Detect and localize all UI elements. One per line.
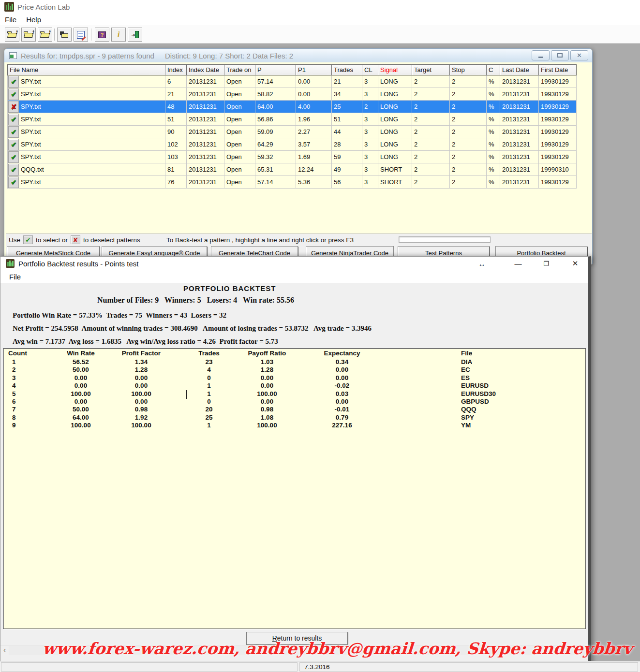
cell-payoff-ratio: 0.98: [240, 406, 294, 413]
cell-p: 64.29: [255, 138, 296, 150]
cell-count: 1: [3, 358, 57, 366]
mdi-workspace: Results for: tmpdps.spr - 9 patterns fou…: [0, 44, 640, 661]
cell-cl: 3: [362, 88, 378, 100]
select-check-icon[interactable]: ✔: [8, 88, 19, 100]
results-minimize-button[interactable]: [532, 50, 550, 60]
select-check-icon[interactable]: ✔: [8, 164, 19, 175]
cell-c: %: [487, 138, 500, 150]
cell-index: 48: [165, 101, 187, 113]
column-header-first-date[interactable]: First Date: [539, 64, 577, 75]
cell-trade-on: Open: [224, 113, 255, 125]
deselect-x-icon[interactable]: ✘: [8, 101, 19, 113]
backtest-close-button[interactable]: ✕: [565, 257, 586, 270]
cell-c: %: [487, 75, 500, 88]
backtest-menubar: File: [0, 270, 588, 283]
column-header-c[interactable]: C: [487, 64, 500, 75]
column-header-trade-on[interactable]: Trade on: [224, 64, 255, 75]
backtest-row: 6 0.00 0.00 0 0.00 0.00 GBPUSD: [3, 398, 585, 406]
select-check-icon[interactable]: ✔: [8, 76, 19, 88]
select-check-icon[interactable]: ✔: [8, 151, 19, 163]
backtest-menu-file[interactable]: File: [0, 272, 27, 282]
menu-help[interactable]: Help: [21, 15, 46, 25]
backtest-heading: PORTFOLIO BACKTEST: [183, 284, 276, 292]
pattern-row[interactable]: ✔SPY.txt 76 20131231 Open 57.14 5.36 56 …: [7, 176, 577, 189]
column-header-p1[interactable]: P1: [296, 64, 332, 75]
cell-p1: 12.24: [296, 163, 332, 175]
app-logo-icon: [4, 2, 14, 12]
cell-win-rate: 50.00: [57, 366, 105, 374]
column-header-index-date[interactable]: Index Date: [187, 64, 224, 75]
cell-p: 57.14: [255, 176, 296, 188]
exit-button[interactable]: ➜: [128, 28, 142, 42]
column-header-cl[interactable]: CL: [362, 64, 378, 75]
pattern-row[interactable]: ✔SPY.txt 51 20131231 Open 56.86 1.96 51 …: [7, 113, 577, 126]
app-menubar: File Help: [0, 14, 640, 25]
cell-trade-on: Open: [224, 176, 255, 188]
cell-index: 81: [165, 163, 187, 175]
info-button[interactable]: i: [111, 28, 126, 42]
bt-col-expectancy: Expectancy: [294, 350, 390, 358]
edit-notes-button[interactable]: [74, 28, 88, 42]
pattern-row[interactable]: ✔SPY.txt 6 20131231 Open 57.14 0.00 21 3…: [7, 75, 577, 88]
cell-signal: SHORT: [378, 163, 412, 175]
text-caret: [186, 390, 187, 399]
cell-signal: LONG: [378, 75, 412, 88]
help-book-button[interactable]: ?: [95, 28, 109, 42]
menu-file[interactable]: File: [0, 15, 21, 25]
pattern-row[interactable]: ✔SPY.txt 102 20131231 Open 64.29 3.57 28…: [7, 138, 577, 151]
cell-profit-factor: 0.00: [105, 382, 178, 390]
pattern-row[interactable]: ✔SPY.txt 21 20131231 Open 58.82 0.00 34 …: [7, 88, 577, 101]
cell-trades: 28: [332, 138, 362, 150]
cell-expectancy: 0.03: [294, 390, 390, 398]
select-check-icon[interactable]: ✔: [8, 114, 19, 125]
cell-trades: 51: [332, 113, 362, 125]
results-titlebar[interactable]: Results for: tmpdps.spr - 9 patterns fou…: [4, 49, 592, 62]
column-header-last-date[interactable]: Last Date: [500, 64, 539, 75]
pattern-row[interactable]: ✔SPY.txt 90 20131231 Open 59.09 2.27 44 …: [7, 126, 577, 138]
column-header-p[interactable]: P: [255, 64, 296, 75]
backtest-titlebar[interactable]: Portfolio Backtest results - Points test…: [0, 257, 588, 270]
cell-last-date: 20131231: [500, 176, 539, 188]
scroll-left-arrow-icon[interactable]: ‹: [0, 645, 9, 656]
cell-target: 2: [412, 75, 450, 88]
select-check-icon[interactable]: ✔: [8, 176, 19, 188]
backtest-minimize-button[interactable]: —: [508, 257, 528, 270]
backtest-results-table: Count Win Rate Profit Factor Trades Payo…: [3, 348, 586, 629]
results-maximize-button[interactable]: [551, 50, 569, 60]
hint-row: Use ✔ to select or ✘ to deselect pattern…: [9, 235, 354, 244]
open-file-button-2[interactable]: ⤴: [21, 28, 36, 42]
cell-stop: 2: [450, 138, 487, 150]
cell-expectancy: 0.00: [294, 366, 390, 374]
cell-win-rate: 100.00: [57, 390, 105, 398]
column-header-trades[interactable]: Trades: [332, 64, 362, 75]
scan-files-button[interactable]: [57, 28, 72, 42]
results-close-button[interactable]: ✕: [570, 50, 588, 60]
column-header-signal[interactable]: Signal: [378, 64, 412, 75]
cell-c: %: [487, 163, 500, 175]
cell-trade-on: Open: [224, 126, 255, 138]
summary-line-2: Net Profit = 254.5958 Amount of winning …: [13, 324, 372, 333]
backtest-maximize-button[interactable]: ❐: [536, 257, 556, 270]
summary-line-1: Portfolio Win Rate = 57.33% Trades = 75 …: [13, 311, 226, 320]
cell-trades: 25: [332, 101, 362, 113]
cell-trades: 56: [332, 176, 362, 188]
open-file-button-1[interactable]: ⤴: [5, 28, 19, 42]
cell-stop: 2: [450, 176, 487, 188]
cell-p1: 1.69: [296, 151, 332, 163]
select-check-icon[interactable]: ✔: [8, 126, 19, 138]
scan-files-icon: [60, 31, 69, 38]
open-file-button-3[interactable]: ⤴: [38, 28, 52, 42]
pattern-row[interactable]: ✘SPY.txt 48 20131231 Open 64.00 4.00 25 …: [7, 101, 577, 113]
cell-target: 2: [412, 88, 450, 100]
results-title: Results for: tmpdps.spr - 9 patterns fou…: [21, 52, 154, 60]
column-header-index[interactable]: Index: [165, 64, 187, 75]
cell-first-date: 19930129: [539, 151, 577, 163]
pattern-row[interactable]: ✔SPY.txt 103 20131231 Open 59.32 1.69 59…: [7, 151, 577, 163]
column-header-file-name[interactable]: File Name: [7, 64, 165, 75]
select-check-icon[interactable]: ✔: [8, 139, 19, 150]
column-header-target[interactable]: Target: [412, 64, 450, 75]
pattern-row[interactable]: ✔QQQ.txt 81 20131231 Open 65.31 12.24 49…: [7, 163, 577, 176]
column-header-stop[interactable]: Stop: [450, 64, 487, 75]
backtest-row: 5 100.00 100.00 1 100.00 0.03 EURUSD30: [3, 390, 585, 398]
bt-col-trades: Trades: [178, 350, 240, 358]
